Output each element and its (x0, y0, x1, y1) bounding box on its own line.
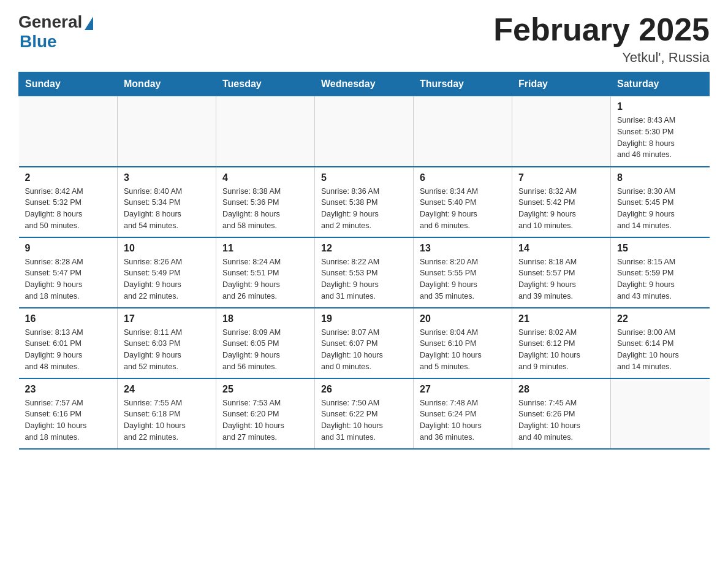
day-number: 6 (420, 172, 506, 183)
logo: General Blue (18, 12, 93, 52)
table-row (19, 96, 118, 167)
table-row: 8Sunrise: 8:30 AMSunset: 5:45 PMDaylight… (611, 167, 710, 237)
table-row: 15Sunrise: 8:15 AMSunset: 5:59 PMDayligh… (611, 237, 710, 308)
day-info: Sunrise: 8:07 AMSunset: 6:07 PMDaylight:… (321, 327, 407, 373)
table-row: 19Sunrise: 8:07 AMSunset: 6:07 PMDayligh… (315, 308, 414, 378)
day-info: Sunrise: 8:38 AMSunset: 5:36 PMDaylight:… (222, 186, 308, 232)
header-friday: Friday (512, 72, 611, 96)
day-info: Sunrise: 8:02 AMSunset: 6:12 PMDaylight:… (518, 327, 604, 373)
day-number: 2 (25, 172, 112, 183)
table-row (315, 96, 414, 167)
table-row: 28Sunrise: 7:45 AMSunset: 6:26 PMDayligh… (512, 378, 611, 449)
table-row: 5Sunrise: 8:36 AMSunset: 5:38 PMDaylight… (315, 167, 414, 237)
day-number: 12 (321, 243, 407, 254)
day-info: Sunrise: 8:13 AMSunset: 6:01 PMDaylight:… (25, 327, 112, 373)
day-number: 13 (420, 243, 506, 254)
day-number: 24 (124, 384, 210, 395)
day-number: 5 (321, 172, 407, 183)
table-row: 26Sunrise: 7:50 AMSunset: 6:22 PMDayligh… (315, 378, 414, 449)
table-row: 18Sunrise: 8:09 AMSunset: 6:05 PMDayligh… (216, 308, 315, 378)
calendar-week-row: 1Sunrise: 8:43 AMSunset: 5:30 PMDaylight… (19, 96, 710, 167)
day-info: Sunrise: 8:30 AMSunset: 5:45 PMDaylight:… (617, 186, 703, 232)
page-header: General Blue February 2025 Yetkul', Russ… (18, 12, 710, 66)
table-row: 12Sunrise: 8:22 AMSunset: 5:53 PMDayligh… (315, 237, 414, 308)
table-row: 9Sunrise: 8:28 AMSunset: 5:47 PMDaylight… (19, 237, 118, 308)
day-info: Sunrise: 8:28 AMSunset: 5:47 PMDaylight:… (25, 256, 112, 302)
title-block: February 2025 Yetkul', Russia (493, 12, 710, 66)
day-info: Sunrise: 8:26 AMSunset: 5:49 PMDaylight:… (124, 256, 210, 302)
table-row: 6Sunrise: 8:34 AMSunset: 5:40 PMDaylight… (414, 167, 512, 237)
day-info: Sunrise: 8:11 AMSunset: 6:03 PMDaylight:… (124, 327, 210, 373)
day-number: 28 (518, 384, 604, 395)
table-row: 7Sunrise: 8:32 AMSunset: 5:42 PMDaylight… (512, 167, 611, 237)
header-saturday: Saturday (611, 72, 710, 96)
table-row: 13Sunrise: 8:20 AMSunset: 5:55 PMDayligh… (414, 237, 512, 308)
table-row: 2Sunrise: 8:42 AMSunset: 5:32 PMDaylight… (19, 167, 118, 237)
day-info: Sunrise: 7:45 AMSunset: 6:26 PMDaylight:… (518, 397, 604, 443)
day-number: 26 (321, 384, 407, 395)
table-row: 11Sunrise: 8:24 AMSunset: 5:51 PMDayligh… (216, 237, 315, 308)
day-info: Sunrise: 8:15 AMSunset: 5:59 PMDaylight:… (617, 256, 703, 302)
calendar-week-row: 23Sunrise: 7:57 AMSunset: 6:16 PMDayligh… (19, 378, 710, 449)
table-row: 14Sunrise: 8:18 AMSunset: 5:57 PMDayligh… (512, 237, 611, 308)
day-number: 22 (617, 313, 703, 324)
table-row: 20Sunrise: 8:04 AMSunset: 6:10 PMDayligh… (414, 308, 512, 378)
day-info: Sunrise: 7:55 AMSunset: 6:18 PMDaylight:… (124, 397, 210, 443)
day-number: 19 (321, 313, 407, 324)
day-number: 3 (124, 172, 210, 183)
day-number: 7 (518, 172, 604, 183)
header-sunday: Sunday (19, 72, 118, 96)
day-number: 20 (420, 313, 506, 324)
day-info: Sunrise: 8:34 AMSunset: 5:40 PMDaylight:… (420, 186, 506, 232)
header-wednesday: Wednesday (315, 72, 414, 96)
calendar-header-row: Sunday Monday Tuesday Wednesday Thursday… (19, 72, 710, 96)
calendar-week-row: 9Sunrise: 8:28 AMSunset: 5:47 PMDaylight… (19, 237, 710, 308)
day-number: 17 (124, 313, 210, 324)
table-row: 24Sunrise: 7:55 AMSunset: 6:18 PMDayligh… (118, 378, 216, 449)
table-row (512, 96, 611, 167)
day-number: 21 (518, 313, 604, 324)
day-info: Sunrise: 8:40 AMSunset: 5:34 PMDaylight:… (124, 186, 210, 232)
day-number: 18 (222, 313, 308, 324)
day-number: 23 (25, 384, 112, 395)
day-info: Sunrise: 8:24 AMSunset: 5:51 PMDaylight:… (222, 256, 308, 302)
day-number: 1 (617, 101, 703, 112)
header-tuesday: Tuesday (216, 72, 315, 96)
table-row: 25Sunrise: 7:53 AMSunset: 6:20 PMDayligh… (216, 378, 315, 449)
header-monday: Monday (118, 72, 216, 96)
calendar-subtitle: Yetkul', Russia (493, 50, 710, 66)
table-row (216, 96, 315, 167)
day-info: Sunrise: 7:57 AMSunset: 6:16 PMDaylight:… (25, 397, 112, 443)
logo-triangle-icon (85, 17, 93, 30)
table-row: 27Sunrise: 7:48 AMSunset: 6:24 PMDayligh… (414, 378, 512, 449)
day-info: Sunrise: 8:18 AMSunset: 5:57 PMDaylight:… (518, 256, 604, 302)
day-number: 25 (222, 384, 308, 395)
logo-general-text: General (18, 12, 82, 32)
day-info: Sunrise: 7:53 AMSunset: 6:20 PMDaylight:… (222, 397, 308, 443)
calendar-title: February 2025 (493, 12, 710, 47)
day-number: 14 (518, 243, 604, 254)
day-number: 10 (124, 243, 210, 254)
table-row: 21Sunrise: 8:02 AMSunset: 6:12 PMDayligh… (512, 308, 611, 378)
table-row: 22Sunrise: 8:00 AMSunset: 6:14 PMDayligh… (611, 308, 710, 378)
day-info: Sunrise: 8:20 AMSunset: 5:55 PMDaylight:… (420, 256, 506, 302)
day-info: Sunrise: 8:32 AMSunset: 5:42 PMDaylight:… (518, 186, 604, 232)
table-row: 17Sunrise: 8:11 AMSunset: 6:03 PMDayligh… (118, 308, 216, 378)
table-row: 16Sunrise: 8:13 AMSunset: 6:01 PMDayligh… (19, 308, 118, 378)
table-row (118, 96, 216, 167)
day-info: Sunrise: 8:00 AMSunset: 6:14 PMDaylight:… (617, 327, 703, 373)
calendar-week-row: 2Sunrise: 8:42 AMSunset: 5:32 PMDaylight… (19, 167, 710, 237)
table-row: 23Sunrise: 7:57 AMSunset: 6:16 PMDayligh… (19, 378, 118, 449)
logo-blue-text: Blue (20, 32, 57, 52)
header-thursday: Thursday (414, 72, 512, 96)
day-info: Sunrise: 8:22 AMSunset: 5:53 PMDaylight:… (321, 256, 407, 302)
day-number: 8 (617, 172, 703, 183)
table-row: 4Sunrise: 8:38 AMSunset: 5:36 PMDaylight… (216, 167, 315, 237)
day-info: Sunrise: 8:42 AMSunset: 5:32 PMDaylight:… (25, 186, 112, 232)
day-info: Sunrise: 8:43 AMSunset: 5:30 PMDaylight:… (617, 115, 703, 161)
day-number: 4 (222, 172, 308, 183)
day-info: Sunrise: 7:50 AMSunset: 6:22 PMDaylight:… (321, 397, 407, 443)
day-info: Sunrise: 7:48 AMSunset: 6:24 PMDaylight:… (420, 397, 506, 443)
day-info: Sunrise: 8:09 AMSunset: 6:05 PMDaylight:… (222, 327, 308, 373)
day-number: 15 (617, 243, 703, 254)
